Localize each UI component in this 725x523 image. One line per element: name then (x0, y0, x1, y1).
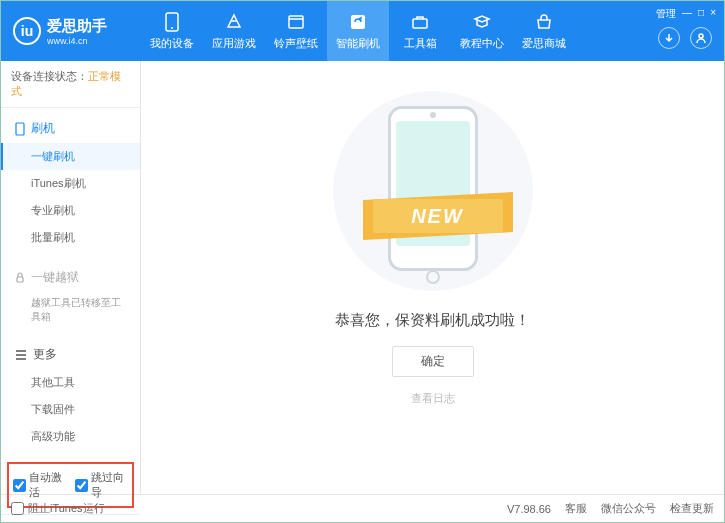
success-message: 恭喜您，保资料刷机成功啦！ (335, 311, 530, 330)
toolbox-icon (410, 12, 430, 32)
phone-illustration: NEW (368, 101, 498, 291)
flash-icon (348, 12, 368, 32)
version-label: V7.98.66 (507, 503, 551, 515)
wechat-link[interactable]: 微信公众号 (601, 501, 656, 516)
nav-label: 工具箱 (404, 36, 437, 51)
main-nav: 我的设备 应用游戏 铃声壁纸 智能刷机 工具箱 教程中心 爱思商城 (141, 1, 724, 61)
svg-rect-3 (351, 15, 365, 29)
store-icon (534, 12, 554, 32)
user-button[interactable] (690, 27, 712, 49)
svg-rect-6 (16, 123, 24, 135)
checkbox-label: 自动激活 (29, 470, 67, 500)
sidebar-section-label: 更多 (33, 346, 57, 363)
new-ribbon: NEW (373, 199, 503, 233)
sidebar-item-other[interactable]: 其他工具 (1, 369, 140, 396)
phone-icon (162, 12, 182, 32)
nav-label: 爱思商城 (522, 36, 566, 51)
auto-activate-checkbox[interactable]: 自动激活 (13, 470, 67, 500)
nav-store[interactable]: 爱思商城 (513, 1, 575, 61)
nav-my-device[interactable]: 我的设备 (141, 1, 203, 61)
jailbreak-note: 越狱工具已转移至工具箱 (1, 292, 140, 328)
nav-label: 我的设备 (150, 36, 194, 51)
nav-tutorials[interactable]: 教程中心 (451, 1, 513, 61)
sidebar-item-advanced[interactable]: 高级功能 (1, 423, 140, 450)
main-content: NEW 恭喜您，保资料刷机成功啦！ 确定 查看日志 (141, 61, 724, 494)
sidebar-section-label: 刷机 (31, 120, 55, 137)
svg-point-5 (699, 34, 703, 38)
status-label: 设备连接状态： (11, 70, 88, 82)
app-title: 爱思助手 (47, 17, 107, 36)
nav-toolbox[interactable]: 工具箱 (389, 1, 451, 61)
manage-button[interactable]: 管理 (656, 7, 676, 21)
sidebar-item-batch[interactable]: 批量刷机 (1, 224, 140, 251)
sidebar-section-label: 一键越狱 (31, 269, 79, 286)
header-actions (658, 27, 712, 49)
app-url: www.i4.cn (47, 36, 107, 46)
view-log-link[interactable]: 查看日志 (411, 391, 455, 406)
logo-icon: iu (13, 17, 41, 45)
check-update-link[interactable]: 检查更新 (670, 501, 714, 516)
maximize-button[interactable]: □ (698, 7, 704, 21)
ok-button[interactable]: 确定 (392, 346, 474, 377)
checkbox-label: 阻止iTunes运行 (28, 501, 105, 516)
nav-label: 智能刷机 (336, 36, 380, 51)
sidebar-item-pro[interactable]: 专业刷机 (1, 197, 140, 224)
phone-small-icon (15, 122, 25, 136)
svg-rect-2 (289, 16, 303, 28)
nav-label: 铃声壁纸 (274, 36, 318, 51)
sidebar: 设备连接状态：正常模式 刷机 一键刷机 iTunes刷机 专业刷机 批量刷机 一… (1, 61, 141, 494)
svg-point-1 (171, 27, 173, 29)
svg-rect-7 (17, 277, 23, 282)
skip-guide-checkbox[interactable]: 跳过向导 (75, 470, 129, 500)
wallpaper-icon (286, 12, 306, 32)
nav-label: 教程中心 (460, 36, 504, 51)
sidebar-jailbreak-header: 一键越狱 (1, 263, 140, 292)
device-status: 设备连接状态：正常模式 (1, 61, 140, 108)
close-button[interactable]: × (710, 7, 716, 21)
nav-label: 应用游戏 (212, 36, 256, 51)
checkbox-label: 跳过向导 (91, 470, 129, 500)
app-header: iu 爱思助手 www.i4.cn 我的设备 应用游戏 铃声壁纸 智能刷机 工具… (1, 1, 724, 61)
sidebar-flash-header[interactable]: 刷机 (1, 114, 140, 143)
block-itunes-checkbox[interactable]: 阻止iTunes运行 (11, 501, 105, 516)
customer-service-link[interactable]: 客服 (565, 501, 587, 516)
lock-icon (15, 272, 25, 284)
sidebar-item-itunes[interactable]: iTunes刷机 (1, 170, 140, 197)
menu-icon (15, 350, 27, 360)
sidebar-more-header[interactable]: 更多 (1, 340, 140, 369)
sidebar-item-oneclick[interactable]: 一键刷机 (1, 143, 140, 170)
tutorial-icon (472, 12, 492, 32)
sidebar-item-firmware[interactable]: 下载固件 (1, 396, 140, 423)
apps-icon (224, 12, 244, 32)
download-button[interactable] (658, 27, 680, 49)
svg-rect-4 (413, 19, 427, 28)
window-controls: 管理 — □ × (656, 7, 716, 21)
nav-ringtones[interactable]: 铃声壁纸 (265, 1, 327, 61)
logo-area: iu 爱思助手 www.i4.cn (1, 17, 141, 46)
nav-apps[interactable]: 应用游戏 (203, 1, 265, 61)
minimize-button[interactable]: — (682, 7, 692, 21)
nav-flash[interactable]: 智能刷机 (327, 1, 389, 61)
